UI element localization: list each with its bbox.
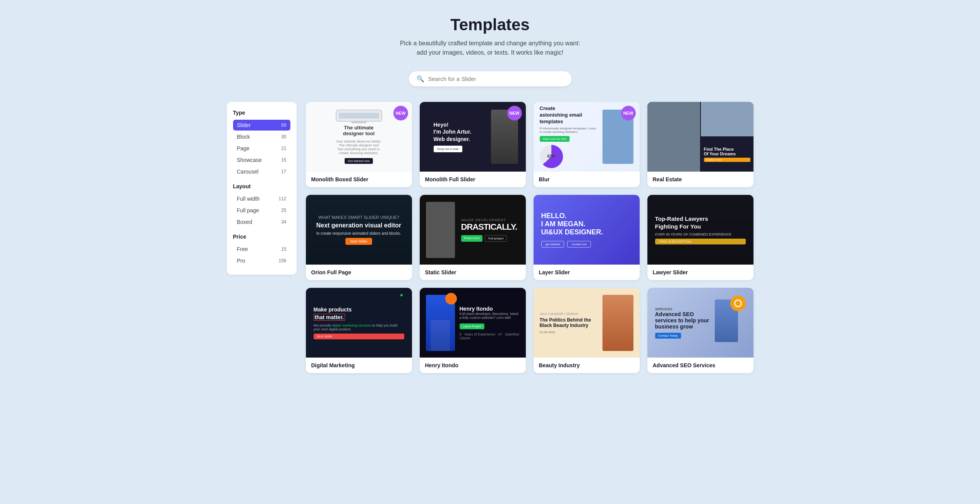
template-thumbnail: Jane Campbell • Medium The Politics Behi… (534, 288, 640, 358)
template-thumbnail: NEW Heyo!I'm John Artur.Web designer. Dr… (420, 102, 526, 172)
template-label: Lawyer Slider (647, 265, 753, 280)
template-card-monolith-boxed[interactable]: NEW The ultimatedesigner tool Your websi… (306, 102, 412, 187)
template-card-henry[interactable]: Henry Itondo Full-stack developer, Barce… (420, 288, 526, 373)
template-label: Monolith Full Slider (420, 172, 526, 187)
template-thumbnail: HELLO.I AM MEGAN.UI&UX DESIGNER. get sta… (534, 195, 640, 265)
laptop-icon (336, 110, 382, 122)
template-card-monolith-full[interactable]: NEW Heyo!I'm John Artur.Web designer. Dr… (420, 102, 526, 187)
template-thumbnail: Services Advanced SEO services to help y… (647, 288, 753, 358)
template-card-layer[interactable]: HELLO.I AM MEGAN.UI&UX DESIGNER. get sta… (534, 195, 640, 280)
page-header: Templates Pick a beautifully crafted tem… (227, 15, 753, 57)
template-card-orion[interactable]: WHAT MAKES SMART SLIDER UNIQUE? Next gen… (306, 195, 412, 280)
template-thumbnail: IMAGE DEVELOPMENT DRASTICALLY. Read more… (420, 195, 526, 265)
sidebar-item-full-width[interactable]: Full width 112 (233, 193, 290, 204)
new-badge: NEW (621, 106, 636, 120)
search-container: 🔍 (227, 71, 753, 86)
sidebar-item-carousel[interactable]: Carousel 17 (233, 166, 290, 177)
template-card-static[interactable]: IMAGE DEVELOPMENT DRASTICALLY. Read more… (420, 195, 526, 280)
template-label: Orion Full Page (306, 265, 412, 280)
sidebar-item-slider[interactable]: Slider 89 (233, 120, 290, 131)
search-input[interactable] (428, 76, 564, 82)
sidebar-item-boxed[interactable]: Boxed 34 (233, 217, 290, 227)
template-thumbnail: WHAT MAKES SMART SLIDER UNIQUE? Next gen… (306, 195, 412, 265)
template-card-blur[interactable]: NEW Createastonishing emailtemplates Pro… (534, 102, 640, 187)
template-label: Real Estate (647, 172, 753, 187)
sidebar-item-pro[interactable]: Pro 156 (233, 255, 290, 266)
template-label: Advanced SEO Services (647, 358, 753, 373)
templates-grid: NEW The ultimatedesigner tool Your websi… (306, 102, 753, 373)
sidebar-item-free[interactable]: Free 15 (233, 244, 290, 255)
search-icon: 🔍 (417, 75, 424, 83)
sidebar: Type Slider 89 Block 30 Page 21 Showcase… (227, 102, 297, 275)
template-label: Beauty Industry (534, 358, 640, 373)
main-content: Type Slider 89 Block 30 Page 21 Showcase… (227, 102, 753, 373)
template-label: Layer Slider (534, 265, 640, 280)
new-badge: NEW (393, 106, 408, 120)
template-card-lawyer[interactable]: Top-Rated LawyersFighting For You OVER 4… (647, 195, 753, 280)
search-bar[interactable]: 🔍 (409, 71, 572, 86)
sidebar-item-page[interactable]: Page 21 (233, 143, 290, 154)
template-card-real-estate[interactable]: Find The PlaceOf Your Dreams Explore Now… (647, 102, 753, 187)
template-label: Digital Marketing (306, 358, 412, 373)
template-thumbnail: Top-Rated LawyersFighting For You OVER 4… (647, 195, 753, 265)
sidebar-layout-title: Layout (233, 183, 290, 189)
sidebar-price-title: Price (233, 234, 290, 240)
template-thumbnail: Henry Itondo Full-stack developer, Barce… (420, 288, 526, 358)
template-card-seo[interactable]: Services Advanced SEO services to help y… (647, 288, 753, 373)
template-card-politics[interactable]: Jane Campbell • Medium The Politics Behi… (534, 288, 640, 373)
template-label: Static Slider (420, 265, 526, 280)
template-thumbnail: NEW Createastonishing emailtemplates Pro… (534, 102, 640, 172)
template-thumbnail: NEW The ultimatedesigner tool Your websi… (306, 102, 412, 172)
sidebar-item-showcase[interactable]: Showcase 15 (233, 155, 290, 165)
sidebar-item-full-page[interactable]: Full page 25 (233, 205, 290, 216)
new-badge: NEW (507, 106, 522, 120)
page-subtitle: Pick a beautifully crafted template and … (227, 39, 753, 57)
sidebar-type-title: Type (233, 110, 290, 116)
template-thumbnail: Find The PlaceOf Your Dreams Explore Now (647, 102, 753, 172)
template-card-digital[interactable]: Make productsthat matter. We provide dig… (306, 288, 412, 373)
template-label: Blur (534, 172, 640, 187)
sidebar-item-block[interactable]: Block 30 (233, 131, 290, 142)
template-label: Henry Itondo (420, 358, 526, 373)
template-thumbnail: Make productsthat matter. We provide dig… (306, 288, 412, 358)
template-label: Monolith Boxed Slider (306, 172, 412, 187)
page-title: Templates (227, 15, 753, 34)
